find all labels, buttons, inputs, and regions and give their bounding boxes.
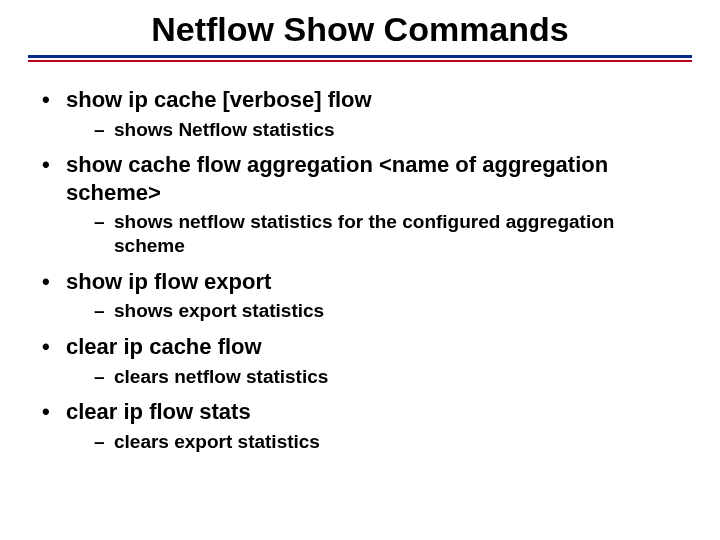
bullet-label: clear ip flow stats bbox=[66, 399, 251, 424]
slide: Netflow Show Commands show ip cache [ver… bbox=[0, 0, 720, 540]
bullet-list: show ip cache [verbose] flow shows Netfl… bbox=[40, 86, 680, 454]
sub-list: clears netflow statistics bbox=[66, 365, 680, 389]
sub-item: shows netflow statistics for the configu… bbox=[94, 210, 680, 258]
sub-list: shows export statistics bbox=[66, 299, 680, 323]
list-item: show ip flow export shows export statist… bbox=[40, 268, 680, 323]
list-item: clear ip flow stats clears export statis… bbox=[40, 398, 680, 453]
sub-list: clears export statistics bbox=[66, 430, 680, 454]
list-item: clear ip cache flow clears netflow stati… bbox=[40, 333, 680, 388]
list-item: show cache flow aggregation <name of agg… bbox=[40, 151, 680, 258]
list-item: show ip cache [verbose] flow shows Netfl… bbox=[40, 86, 680, 141]
sub-item: clears netflow statistics bbox=[94, 365, 680, 389]
sub-list: shows Netflow statistics bbox=[66, 118, 680, 142]
bullet-label: show ip flow export bbox=[66, 269, 271, 294]
bullet-label: clear ip cache flow bbox=[66, 334, 262, 359]
sub-item: shows Netflow statistics bbox=[94, 118, 680, 142]
bullet-label: show ip cache [verbose] flow bbox=[66, 87, 372, 112]
divider-blue bbox=[28, 55, 692, 58]
sub-list: shows netflow statistics for the configu… bbox=[66, 210, 680, 258]
title-area: Netflow Show Commands bbox=[0, 0, 720, 62]
sub-item: clears export statistics bbox=[94, 430, 680, 454]
sub-item: shows export statistics bbox=[94, 299, 680, 323]
slide-title: Netflow Show Commands bbox=[0, 10, 720, 49]
content-area: show ip cache [verbose] flow shows Netfl… bbox=[0, 62, 720, 454]
bullet-label: show cache flow aggregation <name of agg… bbox=[66, 152, 608, 205]
